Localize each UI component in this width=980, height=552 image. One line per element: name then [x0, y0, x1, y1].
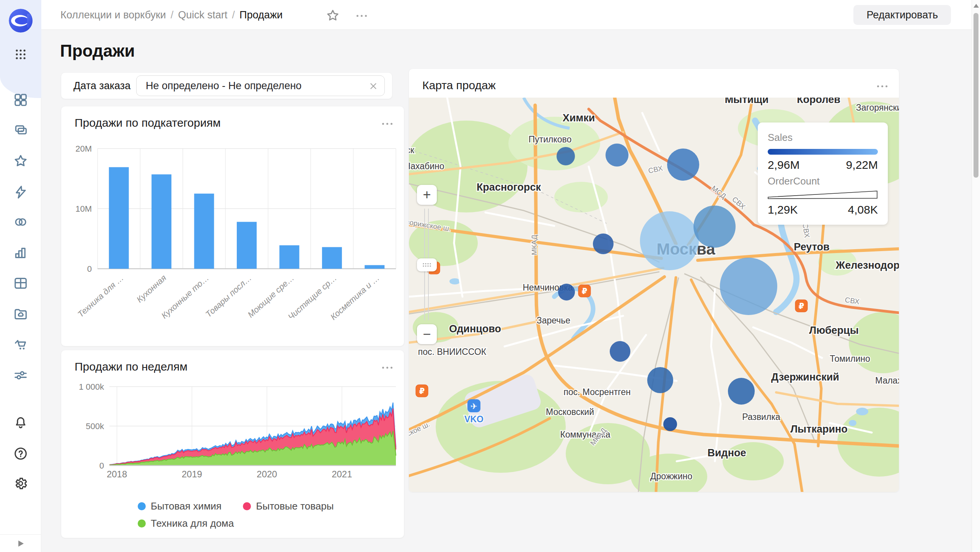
- svg-text:✈: ✈: [470, 402, 477, 411]
- help-icon[interactable]: [11, 444, 31, 464]
- page-scrollbar[interactable]: [972, 0, 980, 552]
- svg-text:Видное: Видное: [707, 447, 746, 459]
- dashboards-icon[interactable]: [11, 90, 31, 110]
- notifications-bell-icon[interactable]: [11, 413, 31, 433]
- breadcrumb-more-menu-icon[interactable]: [354, 11, 367, 18]
- svg-text:пос. Мосрентген: пос. Мосрентген: [563, 387, 630, 397]
- favorite-star-icon[interactable]: [326, 8, 340, 22]
- weekly-chart-legend: Бытовая химияБытовые товарыТехника для д…: [138, 500, 360, 529]
- svg-text:Люберцы: Люберцы: [809, 325, 859, 336]
- svg-text:20M: 20M: [75, 144, 92, 154]
- svg-text:Малаховка: Малаховка: [875, 376, 899, 385]
- legend-item[interactable]: Бытовые товары: [243, 500, 334, 512]
- svg-text:10M: 10M: [75, 204, 92, 214]
- sales-map-card: Карта продаж: [409, 69, 899, 492]
- svg-text:₽: ₽: [582, 287, 588, 296]
- svg-text:₽: ₽: [799, 302, 804, 311]
- map-title: Карта продаж: [422, 79, 496, 92]
- legend-label: Бытовые товары: [256, 500, 334, 512]
- scrollbar-up-arrow-icon[interactable]: [973, 4, 979, 8]
- charts-icon[interactable]: [11, 243, 31, 263]
- legend-label: Техника для дома: [151, 518, 234, 529]
- topbar: Коллекции и воркбуки/Quick start/Продажи…: [41, 0, 980, 30]
- favorites-icon[interactable]: [11, 151, 31, 171]
- apps-grid-icon[interactable]: [11, 47, 31, 62]
- storage-folder-icon[interactable]: [11, 304, 31, 324]
- expand-sidebar-button[interactable]: [0, 534, 41, 552]
- sales-metric-label: Sales: [768, 132, 878, 144]
- scrollbar-thumb[interactable]: [973, 13, 978, 178]
- svg-text:МКАД: МКАД: [530, 235, 538, 255]
- svg-text:пос. ВНИИССОК: пос. ВНИИССОК: [418, 347, 487, 357]
- map-zoom-in-button[interactable]: +: [417, 185, 437, 205]
- svg-text:Кухонная: Кухонная: [135, 273, 168, 304]
- svg-text:2018: 2018: [107, 469, 127, 479]
- map-zoom-handle[interactable]: [417, 258, 437, 271]
- date-filter-label: Дата заказа: [73, 73, 130, 99]
- map-zoom-out-button[interactable]: −: [417, 324, 437, 344]
- sidebar: [0, 0, 41, 552]
- marketplace-cart-icon[interactable]: [11, 335, 31, 354]
- weekly-chart-title: Продажи по неделям: [75, 360, 187, 373]
- ruble-marker-icon: ₽: [795, 300, 807, 312]
- svg-text:500k: 500k: [86, 421, 104, 431]
- page-title: Продажи: [60, 41, 135, 60]
- legend-item[interactable]: Техника для дома: [138, 518, 234, 529]
- settings-sliders-icon[interactable]: [11, 365, 31, 385]
- table-widgets-icon[interactable]: [11, 273, 31, 293]
- weekly-chart-menu-icon[interactable]: [380, 363, 392, 370]
- svg-text:Дрожжино: Дрожжино: [650, 471, 692, 481]
- svg-text:Томилино: Томилино: [830, 354, 870, 364]
- svg-text:₽: ₽: [419, 387, 425, 396]
- svg-text:2021: 2021: [332, 469, 352, 479]
- breadcrumb: Коллекции и воркбуки/Quick start/Продажи: [60, 0, 283, 30]
- ordercount-metric-label: OrderCount: [768, 175, 878, 187]
- breadcrumb-separator: /: [171, 9, 174, 21]
- svg-text:Техника для …: Техника для …: [76, 273, 125, 319]
- ruble-marker-icon: ₽: [578, 285, 591, 297]
- breadcrumb-item[interactable]: Продажи: [239, 9, 283, 21]
- legend-item[interactable]: Бытовая химия: [138, 500, 221, 512]
- connections-icon[interactable]: [11, 182, 31, 202]
- svg-text:Реутов: Реутов: [794, 241, 829, 253]
- svg-text:Химки: Химки: [563, 112, 595, 124]
- map-canvas[interactable]: МоскваМытищиКоролевЗагорянскийХимкиПутил…: [409, 98, 899, 492]
- date-filter-card: Дата заказа Не определено - Не определен…: [61, 73, 392, 99]
- sales-max-value: 9,22M: [846, 158, 878, 171]
- bar-chart-title: Продажи по подкатегориям: [75, 116, 221, 129]
- svg-text:Королев: Королев: [797, 98, 840, 105]
- sales-gradient-bar: [768, 149, 878, 155]
- svg-text:Нахабино: Нахабино: [409, 161, 444, 171]
- settings-gear-icon[interactable]: [11, 474, 31, 493]
- svg-text:VKO: VKO: [464, 414, 483, 424]
- svg-text:Развилка: Развилка: [742, 412, 780, 422]
- datasets-icon[interactable]: [11, 212, 31, 232]
- map-metrics-legend: Sales 2,96M 9,22M OrderCount 1,29K 4,08K: [758, 122, 888, 225]
- clear-x-icon[interactable]: [368, 81, 378, 91]
- sales-min-value: 2,96M: [768, 158, 799, 171]
- svg-text:Железнодорожный: Железнодорожный: [835, 260, 899, 271]
- collections-icon[interactable]: [11, 120, 31, 140]
- weekly-area-chart[interactable]: 0500k1 000k2018201920202021: [61, 377, 404, 496]
- date-range-input[interactable]: Не определено - Не определено: [136, 75, 385, 96]
- svg-text:2020: 2020: [257, 469, 277, 479]
- datalens-dashboard-app: Коллекции и воркбуки/Quick start/Продажи…: [0, 0, 980, 552]
- bar-chart[interactable]: 010M20MТехника для …КухоннаяКухонные то……: [61, 142, 404, 341]
- legend-label: Бытовая химия: [151, 500, 221, 512]
- edit-button[interactable]: Редактировать: [853, 5, 951, 25]
- breadcrumb-separator: /: [232, 9, 235, 21]
- ruble-marker-icon: ₽: [416, 385, 428, 397]
- datalens-logo[interactable]: [8, 8, 33, 33]
- bar-chart-menu-icon[interactable]: [380, 119, 392, 126]
- breadcrumb-item[interactable]: Коллекции и воркбуки: [60, 9, 166, 21]
- expand-sidebar-icon: [16, 539, 25, 548]
- svg-text:2019: 2019: [182, 469, 202, 479]
- svg-text:Заречье: Заречье: [537, 315, 570, 325]
- svg-text:Мытищи: Мытищи: [725, 98, 769, 105]
- svg-text:0: 0: [99, 461, 104, 470]
- map-menu-icon[interactable]: [875, 82, 887, 89]
- breadcrumb-item[interactable]: Quick start: [178, 9, 227, 21]
- svg-text:Дедовск: Дедовск: [409, 145, 415, 155]
- svg-text:1 000k: 1 000k: [79, 382, 104, 392]
- svg-text:Загорянский: Загорянский: [856, 103, 899, 113]
